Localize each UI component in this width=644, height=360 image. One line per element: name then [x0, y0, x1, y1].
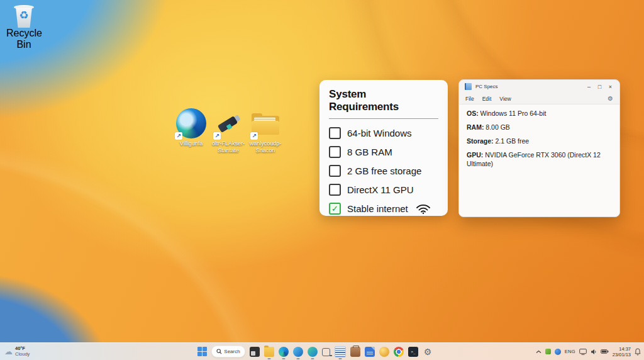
shortcut-arrow-icon: ↗ — [250, 132, 258, 140]
shortcut-label: Villigunfa — [171, 140, 211, 147]
briefcase-app-icon[interactable] — [350, 347, 360, 357]
requirements-title: System Requirements — [329, 88, 438, 113]
start-button[interactable] — [197, 347, 207, 356]
requirement-label: DirectX 11 GPU — [347, 184, 414, 195]
taskbar-center: Search >_ ⚙ — [197, 343, 433, 360]
magnifier-icon — [216, 349, 222, 354]
menu-file[interactable]: File — [465, 96, 474, 102]
recycle-bin-icon: ♻ — [13, 4, 35, 28]
app-circle-teal-icon[interactable] — [308, 347, 318, 357]
menu-view[interactable]: View — [499, 96, 511, 102]
requirement-label: 2 GB free storage — [347, 166, 421, 176]
app-circle-blue-icon[interactable] — [293, 347, 303, 357]
battery-icon[interactable] — [601, 349, 609, 354]
requirement-row: ✓ Stable internet — [329, 203, 438, 215]
wifi-icon — [416, 203, 431, 214]
settings-gear-icon[interactable]: ⚙ — [423, 347, 433, 357]
terminal-icon[interactable]: >_ — [408, 347, 418, 357]
minimize-button[interactable]: – — [584, 82, 594, 91]
spec-line: GPU: NVIDIA GeForce RTX 3060 (DirectX 12… — [467, 151, 612, 168]
requirement-row: 2 GB free storage — [329, 165, 438, 177]
spec-line: OS: Windows 11 Pro 64-bit — [467, 110, 612, 118]
requirement-label: 8 GB RAM — [347, 147, 392, 157]
task-view-icon[interactable] — [250, 347, 260, 357]
tray-green-app-icon[interactable] — [545, 349, 551, 354]
menu-bar: File Edit View ⚙ — [459, 93, 619, 104]
shortcut-label: oltr-FLAkser-Stantate — [208, 140, 248, 154]
spec-line: Storage: 2.1 GB free — [467, 137, 612, 146]
edge-browser-taskbar-icon[interactable] — [279, 347, 289, 357]
file-explorer-icon[interactable] — [264, 347, 274, 357]
clock-time: 14:37 — [619, 346, 631, 352]
shortcut-arrow-icon: ↗ — [175, 132, 182, 140]
language-indicator[interactable]: ENG — [565, 349, 575, 354]
taskbar-clock[interactable]: 14:37 23/01/13 — [613, 346, 631, 357]
weather-condition: Cloudy — [15, 352, 30, 357]
chevron-up-icon[interactable] — [536, 350, 541, 354]
document-app-icon[interactable] — [365, 347, 375, 357]
chrome-icon[interactable] — [394, 347, 404, 357]
tray-blue-app-icon[interactable] — [555, 349, 561, 355]
menu-edit[interactable]: Edit — [482, 96, 492, 102]
requirement-label: Stable internet — [347, 203, 408, 214]
requirement-row: 8 GB RAM — [329, 146, 438, 158]
search-box[interactable]: Search — [211, 346, 245, 357]
weather-widget[interactable]: ☁ 40°F Cloudy — [4, 343, 30, 360]
desktop-icon-folder-shortcut[interactable]: ↗ wanlycoudp-Snacon — [245, 113, 286, 154]
checkbox-8gb-ram[interactable] — [329, 146, 341, 158]
checkbox-stable-internet[interactable]: ✓ — [329, 203, 341, 215]
system-requirements-card: System Requirements 64-bit Windows 8 GB … — [319, 80, 448, 216]
desktop-icon-usb-shortcut[interactable]: ↗ oltr-FLAkser-Stantate — [208, 112, 248, 154]
gold-app-icon[interactable] — [379, 347, 389, 357]
system-tray: ENG 14:37 23/01/13 — [536, 343, 641, 360]
maximize-button[interactable]: □ — [594, 82, 605, 91]
desktop-icon-recycle-bin[interactable]: ♻ Recycle Bin — [6, 4, 42, 50]
window-title: PC Specs — [475, 84, 584, 89]
checkbox-free-storage[interactable] — [329, 165, 341, 177]
shortcut-arrow-icon: ↗ — [213, 132, 221, 140]
desktop: ♻ Recycle Bin ↗ Villigunfa ↗ oltr-FLAkse… — [0, 0, 644, 360]
spec-line: RAM: 8.00 GB — [467, 123, 612, 132]
bell-icon[interactable] — [635, 348, 641, 356]
requirement-row: 64-bit Windows — [329, 127, 438, 139]
notepad-taskbar-icon[interactable] — [335, 346, 346, 357]
network-icon[interactable] — [579, 349, 587, 355]
recycle-bin-label: Recycle Bin — [6, 28, 42, 50]
recycle-symbol: ♻ — [13, 10, 35, 21]
checkbox-64bit-windows[interactable] — [329, 127, 341, 139]
clock-date: 23/01/13 — [613, 352, 631, 357]
gear-icon[interactable]: ⚙ — [608, 95, 613, 102]
shortcut-label: wanlycoudp-Snacon — [245, 140, 286, 154]
taskbar: ☁ 40°F Cloudy Search — [0, 342, 644, 360]
pc-specs-window: PC Specs – □ × File Edit View ⚙ OS: Wind… — [458, 79, 620, 217]
divider — [329, 118, 438, 119]
search-label: Search — [224, 349, 240, 354]
desktop-icon-edge-shortcut[interactable]: ↗ Villigunfa — [171, 108, 211, 147]
checkbox-directx-gpu[interactable] — [329, 184, 341, 196]
requirement-row: DirectX 11 GPU — [329, 184, 438, 196]
title-bar[interactable]: PC Specs – □ × — [459, 80, 619, 93]
requirement-label: 64-bit Windows — [347, 128, 412, 138]
notepad-text-area[interactable]: OS: Windows 11 Pro 64-bit RAM: 8.00 GB S… — [459, 104, 619, 217]
volume-icon[interactable] — [591, 349, 597, 355]
notepad-icon — [465, 83, 472, 90]
close-button[interactable]: × — [605, 82, 616, 91]
cloud-icon: ☁ — [4, 347, 13, 356]
snipping-tool-icon[interactable] — [322, 348, 330, 356]
